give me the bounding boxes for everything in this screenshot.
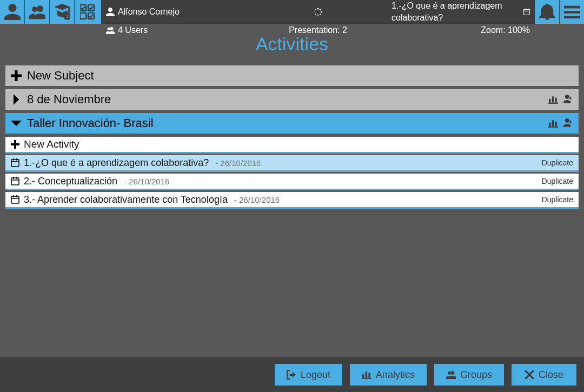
users-small-icon: [106, 26, 115, 35]
users-count: 4 Users: [118, 24, 148, 36]
user-button[interactable]: [0, 0, 25, 24]
spinner-icon: [314, 8, 322, 16]
chart-icon: [362, 370, 371, 380]
topbar-info: Alfonso Cornejo 1.-¿O que é a aprendizag…: [102, 0, 534, 24]
activity-date: - 26/10/2016: [213, 158, 261, 168]
logout-button[interactable]: Logout: [275, 364, 342, 386]
chevron-right-icon: [11, 94, 22, 105]
current-activity-name: 1.-¿O que é a aprendizagem colaborativa?: [391, 0, 520, 24]
plus-icon: [11, 70, 22, 81]
zoom-label: Zoom: 100%: [481, 24, 530, 36]
activity-row[interactable]: 1.-¿O que é a aprendizagem colaborativa?…: [5, 155, 579, 172]
analytics-label: Analytics: [376, 369, 415, 381]
calendar-icon: [11, 195, 19, 204]
subject-row-expanded[interactable]: Taller Innovación- Brasil: [5, 113, 579, 135]
subject-name: Taller Innovación- Brasil: [27, 116, 543, 130]
groups-label: Groups: [460, 369, 492, 381]
close-button[interactable]: Close: [512, 364, 576, 386]
activity-title: 1.-¿O que é a aprendizagem colaborativa?: [24, 157, 209, 169]
chevron-down-icon: [11, 118, 22, 129]
users-icon: [29, 4, 45, 20]
new-activity-label: New Activity: [24, 138, 79, 150]
menu-button[interactable]: [559, 0, 584, 24]
current-user-name: Alfonso Cornejo: [118, 6, 180, 18]
analytics-button[interactable]: Analytics: [350, 364, 427, 386]
footer-bar: Logout Analytics Groups Close: [0, 357, 584, 392]
calendar-icon: [11, 158, 19, 167]
users-button[interactable]: [25, 0, 50, 24]
new-activity-button[interactable]: New Activity: [5, 137, 579, 154]
top-toolbar: Alfonso Cornejo 1.-¿O que é a aprendizag…: [0, 0, 584, 24]
activities-list: New Activity 1.-¿O que é a aprendizagem …: [5, 137, 579, 209]
graduation-icon: [54, 4, 70, 20]
duplicate-button[interactable]: Duplicate: [542, 195, 573, 204]
activity-date: - 26/10/2016: [232, 195, 280, 204]
logout-icon: [287, 370, 296, 380]
tasks-button[interactable]: [75, 0, 102, 24]
checklist-icon: [80, 4, 96, 20]
subject-name: 8 de Noviembre: [27, 92, 543, 107]
bell-icon: [539, 4, 555, 20]
activity-row[interactable]: 2.- Conceptualización - 26/10/2016 Dupli…: [5, 174, 579, 190]
subject-adduser-icon[interactable]: [563, 118, 573, 128]
calendar-icon: [11, 177, 19, 185]
user-small-icon: [106, 8, 115, 16]
activity-title: 3.- Aprender colaborativamente con Tecno…: [24, 194, 228, 205]
new-subject-label: New Subject: [27, 69, 573, 83]
notifications-button[interactable]: [534, 0, 559, 24]
close-icon: [525, 370, 534, 380]
subject-row-collapsed[interactable]: 8 de Noviembre: [5, 89, 579, 111]
duplicate-button[interactable]: Duplicate: [542, 177, 573, 185]
close-label: Close: [539, 369, 563, 381]
graduation-button[interactable]: [50, 0, 75, 24]
subject-adduser-icon[interactable]: [563, 95, 573, 104]
logout-label: Logout: [301, 369, 330, 381]
toolbar-left-icons: [0, 0, 102, 24]
user-icon: [4, 4, 21, 20]
new-subject-button[interactable]: New Subject: [5, 65, 579, 87]
duplicate-button[interactable]: Duplicate: [542, 158, 573, 167]
menu-icon: [564, 4, 580, 20]
activity-date: - 26/10/2016: [122, 177, 169, 186]
groups-icon: [446, 370, 456, 380]
plus-icon: [11, 140, 19, 149]
subject-analytics-icon[interactable]: [548, 118, 558, 128]
activity-row[interactable]: 3.- Aprender colaborativamente con Tecno…: [5, 192, 579, 209]
subject-analytics-icon[interactable]: [548, 95, 558, 104]
activity-title: 2.- Conceptualización: [24, 176, 117, 187]
activities-panel: New Subject 8 de Noviembre Taller Innova…: [0, 62, 584, 214]
groups-button[interactable]: Groups: [434, 364, 504, 386]
calendar-icon: [523, 8, 530, 16]
